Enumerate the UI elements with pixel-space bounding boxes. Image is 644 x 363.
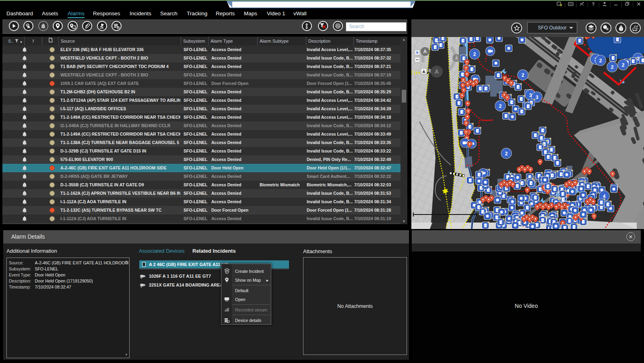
svg-text:2: 2 [599, 58, 602, 64]
svg-text:2: 2 [522, 72, 524, 78]
svg-text:3: 3 [536, 95, 539, 100]
svg-text:2: 2 [622, 62, 625, 68]
svg-text:2: 2 [473, 52, 476, 57]
svg-text:4: 4 [603, 194, 606, 199]
svg-text:2: 2 [499, 103, 502, 109]
svg-text:2: 2 [611, 64, 614, 70]
svg-text:2: 2 [505, 151, 508, 157]
